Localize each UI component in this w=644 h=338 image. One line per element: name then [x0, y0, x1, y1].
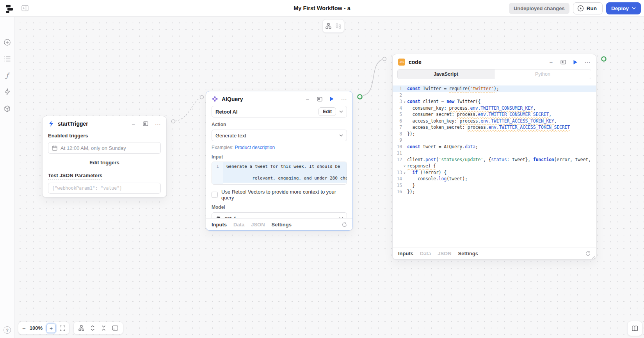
resource-value: Retool AI: [215, 109, 315, 115]
run-node-icon[interactable]: [572, 59, 578, 65]
tab-data[interactable]: Data: [420, 251, 431, 256]
refresh-icon[interactable]: [342, 222, 347, 227]
fold-chevron-icon[interactable]: ∨: [402, 163, 407, 169]
tab-settings[interactable]: Settings: [272, 222, 292, 228]
open-side-panel-icon[interactable]: [560, 59, 566, 65]
code-line[interactable]: 1const Twitter = require('twitter');: [393, 85, 596, 92]
trigger-schedule-field[interactable]: At 12:00 AM, only on Sunday: [48, 142, 161, 154]
docs-button[interactable]: [627, 321, 642, 336]
tab-json[interactable]: JSON: [438, 251, 451, 256]
ai-sparkle-icon: [212, 96, 218, 102]
resource-select[interactable]: Retool AI Edit: [212, 106, 347, 117]
triggers-zap-icon[interactable]: [3, 87, 11, 96]
chevron-down-icon: [632, 7, 636, 9]
open-side-panel-icon[interactable]: [317, 96, 323, 102]
trigger-schedule-text: At 12:00 AM, only on Sunday: [60, 145, 126, 151]
edit-triggers-button[interactable]: Edit triggers: [89, 160, 119, 165]
edit-resource-button[interactable]: Edit: [318, 107, 336, 116]
code-line[interactable]: 14 console.log(tweet);: [393, 176, 596, 182]
topbar: My First Workflow - a Undeployed changes…: [0, 0, 644, 17]
code-line[interactable]: 8});: [393, 131, 596, 137]
code-line[interactable]: 6 access_token_key: process.env.TWITTER_…: [393, 118, 596, 125]
tab-json[interactable]: JSON: [251, 222, 265, 228]
run-button[interactable]: Run: [573, 2, 603, 14]
start-trigger-header: startTrigger − ⋯: [43, 116, 166, 130]
play-circle-icon: [577, 5, 584, 12]
blocks-list-icon[interactable]: [3, 55, 11, 63]
deploy-button[interactable]: Deploy: [606, 2, 641, 14]
test-json-parameters-input[interactable]: [48, 183, 161, 194]
resources-cube-icon[interactable]: [3, 105, 11, 113]
docs-book-icon: [632, 326, 638, 331]
topbar-right: Undeployed changes Run Deploy: [509, 0, 641, 16]
code-line[interactable]: 16});: [393, 189, 596, 195]
action-label: Action: [212, 122, 347, 127]
help-icon[interactable]: ?: [4, 326, 11, 334]
zoom-controls: − 100% +: [18, 322, 69, 334]
node-title: startTrigger: [58, 121, 88, 127]
refresh-icon[interactable]: [585, 251, 591, 256]
add-block-icon[interactable]: [3, 38, 11, 46]
node-title: code: [409, 59, 422, 65]
tab-settings[interactable]: Settings: [458, 251, 478, 256]
more-options-icon[interactable]: ⋯: [584, 59, 591, 65]
open-side-panel-icon[interactable]: [142, 121, 149, 127]
calendar-icon: [52, 145, 57, 151]
node-start-trigger[interactable]: startTrigger − ⋯ Enabled triggers: [42, 116, 167, 197]
action-value: Generate text: [215, 133, 336, 139]
fold-chevron-icon[interactable]: ∨: [402, 98, 407, 105]
code-line[interactable]: 12client.post('statuses/update', {status…: [393, 157, 596, 163]
expand-all-icon[interactable]: [90, 325, 95, 331]
code-line[interactable]: 15 }: [393, 182, 596, 189]
tab-javascript[interactable]: JavaScript: [398, 69, 494, 79]
code-line[interactable]: 3∨const client = new Twitter({: [393, 98, 596, 105]
minimize-node-icon[interactable]: −: [304, 96, 311, 102]
more-options-icon[interactable]: ⋯: [341, 96, 347, 102]
action-select[interactable]: Generate text: [212, 130, 347, 141]
code-line[interactable]: 5 consumer_secret: process.env.TWITTER_C…: [393, 111, 596, 118]
auto-layout-icon[interactable]: [78, 325, 84, 331]
minimize-node-icon[interactable]: −: [548, 59, 554, 65]
code-line[interactable]: 2: [393, 92, 596, 99]
code-line[interactable]: 4 consumer_key: process.env.TWITTER_CONS…: [393, 105, 596, 112]
functions-icon[interactable]: ƒ: [3, 71, 11, 79]
code-line[interactable]: 7 access_token_secret: process.env.TWITT…: [393, 124, 596, 131]
run-label: Run: [587, 5, 597, 11]
code-line[interactable]: 10const tweet = AIQuery.data;: [393, 144, 596, 150]
minimize-node-icon[interactable]: −: [130, 121, 137, 127]
zoom-out-button[interactable]: −: [22, 325, 26, 331]
code-line[interactable]: 9: [393, 137, 596, 144]
console-panel-icon[interactable]: [112, 326, 118, 331]
code-line[interactable]: ∨response) {: [393, 163, 596, 169]
more-options-icon[interactable]: ⋯: [155, 121, 161, 127]
code-line[interactable]: 11: [393, 150, 596, 157]
fold-chevron-icon[interactable]: ∨: [402, 169, 407, 176]
ai-query-footer-tabs: Inputs Data JSON Settings: [206, 218, 352, 230]
collapse-all-icon[interactable]: [101, 325, 106, 331]
examples-product-description-link[interactable]: Product description: [235, 145, 275, 150]
group-blocks-icon[interactable]: [336, 23, 341, 29]
code-editor[interactable]: 1const Twitter = require('twitter');23∨c…: [393, 83, 596, 246]
undeployed-changes-badge: Undeployed changes: [509, 3, 569, 14]
ai-query-header: AIQuery − ⋯: [206, 91, 352, 105]
resize-handle[interactable]: [591, 254, 595, 258]
code-line[interactable]: 13∨ if (!error) {: [393, 169, 596, 176]
prompt-line-1: Generate a tweet for this week. It shoul…: [226, 164, 340, 169]
canvas-layout-controls: [73, 322, 123, 334]
prompt-editor[interactable]: 1 Generate a tweet for this week. It sho…: [212, 162, 347, 185]
use-retool-vectors-checkbox[interactable]: [212, 192, 218, 198]
zoom-in-button[interactable]: +: [46, 324, 56, 333]
tab-python[interactable]: Python: [494, 69, 591, 79]
tab-inputs[interactable]: Inputs: [398, 251, 413, 256]
node-code[interactable]: JS code − ⋯ JavaScript Python 1const Twi…: [392, 54, 596, 260]
examples-label: Examples:: [212, 145, 233, 150]
tab-data[interactable]: Data: [233, 222, 244, 228]
code-header: JS code − ⋯: [393, 54, 596, 68]
trigger-zap-icon: [48, 121, 54, 127]
fit-view-icon[interactable]: [60, 326, 65, 331]
node-ai-query[interactable]: AIQuery − ⋯ Retool AI Edit: [206, 91, 353, 231]
node-title: AIQuery: [222, 96, 243, 102]
run-node-icon[interactable]: [329, 96, 335, 102]
tab-inputs[interactable]: Inputs: [212, 222, 227, 228]
auto-layout-icon[interactable]: [326, 23, 331, 29]
